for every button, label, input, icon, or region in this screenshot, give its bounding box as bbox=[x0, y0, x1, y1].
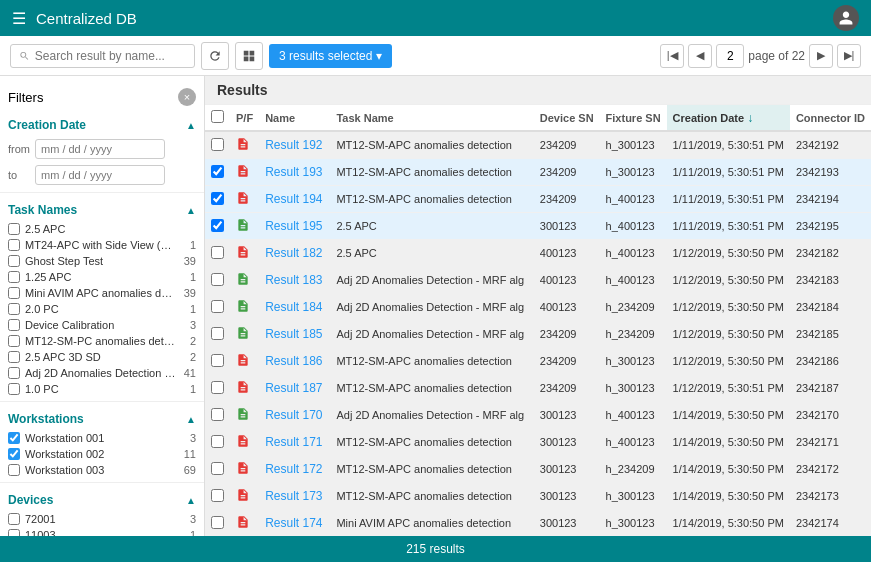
first-page-button[interactable]: |◀ bbox=[660, 44, 684, 68]
row-checkbox[interactable] bbox=[211, 489, 224, 502]
creation-date-section[interactable]: Creation Date ▲ bbox=[0, 112, 204, 136]
row-checkbox[interactable] bbox=[211, 381, 224, 394]
row-checkbox-cell[interactable] bbox=[205, 186, 230, 213]
row-name-cell[interactable]: Result 194 bbox=[259, 186, 330, 213]
task-device-cal[interactable]: Device Calibration 3 bbox=[0, 317, 204, 333]
row-checkbox[interactable] bbox=[211, 300, 224, 313]
device-72001[interactable]: 72001 3 bbox=[0, 511, 204, 527]
row-checkbox-cell[interactable] bbox=[205, 267, 230, 294]
next-page-button[interactable]: ▶ bbox=[809, 44, 833, 68]
col-date-header[interactable]: Creation Date ↓ bbox=[667, 105, 790, 131]
workstation-003[interactable]: Workstation 003 69 bbox=[0, 462, 204, 478]
row-checkbox[interactable] bbox=[211, 354, 224, 367]
col-device-header[interactable]: Device SN bbox=[534, 105, 600, 131]
menu-icon[interactable]: ☰ bbox=[12, 9, 26, 28]
row-checkbox-cell[interactable] bbox=[205, 483, 230, 510]
select-all-checkbox[interactable] bbox=[211, 110, 224, 123]
result-link[interactable]: Result 194 bbox=[265, 192, 322, 206]
result-link[interactable]: Result 192 bbox=[265, 138, 322, 152]
row-checkbox[interactable] bbox=[211, 138, 224, 151]
clear-filters-button[interactable]: × bbox=[178, 88, 196, 106]
workstation-002[interactable]: Workstation 002 11 bbox=[0, 446, 204, 462]
row-checkbox[interactable] bbox=[211, 273, 224, 286]
result-link[interactable]: Result 183 bbox=[265, 273, 322, 287]
device-72001-checkbox[interactable] bbox=[8, 513, 20, 525]
task-1.0pc[interactable]: 1.0 PC 1 bbox=[0, 381, 204, 397]
workstation-002-checkbox[interactable] bbox=[8, 448, 20, 460]
row-checkbox-cell[interactable] bbox=[205, 510, 230, 537]
row-name-cell[interactable]: Result 184 bbox=[259, 294, 330, 321]
task-2.0pc-checkbox[interactable] bbox=[8, 303, 20, 315]
task-2.0pc[interactable]: 2.0 PC 1 bbox=[0, 301, 204, 317]
row-checkbox[interactable] bbox=[211, 408, 224, 421]
refresh-button[interactable] bbox=[201, 42, 229, 70]
col-fixture-header[interactable]: Fixture SN bbox=[600, 105, 667, 131]
result-link[interactable]: Result 174 bbox=[265, 516, 322, 530]
result-link[interactable]: Result 182 bbox=[265, 246, 322, 260]
task-adj2d-checkbox[interactable] bbox=[8, 367, 20, 379]
row-name-cell[interactable]: Result 195 bbox=[259, 213, 330, 240]
workstation-003-checkbox[interactable] bbox=[8, 464, 20, 476]
grid-button[interactable] bbox=[235, 42, 263, 70]
task-mt12-checkbox[interactable] bbox=[8, 335, 20, 347]
workstation-001[interactable]: Workstation 001 3 bbox=[0, 430, 204, 446]
row-checkbox-cell[interactable] bbox=[205, 213, 230, 240]
row-checkbox[interactable] bbox=[211, 192, 224, 205]
row-checkbox[interactable] bbox=[211, 516, 224, 529]
task-2.5apc-checkbox[interactable] bbox=[8, 223, 20, 235]
row-checkbox-cell[interactable] bbox=[205, 240, 230, 267]
row-name-cell[interactable]: Result 170 bbox=[259, 402, 330, 429]
result-link[interactable]: Result 173 bbox=[265, 489, 322, 503]
device-11003-checkbox[interactable] bbox=[8, 529, 20, 536]
col-checkbox[interactable] bbox=[205, 105, 230, 131]
task-mini-avim[interactable]: Mini AVIM APC anomalies detect... 39 bbox=[0, 285, 204, 301]
task-mini-avim-checkbox[interactable] bbox=[8, 287, 20, 299]
last-page-button[interactable]: ▶| bbox=[837, 44, 861, 68]
task-mt24[interactable]: MT24-APC with Side View (auto) 1 bbox=[0, 237, 204, 253]
task-1.25apc[interactable]: 1.25 APC 1 bbox=[0, 269, 204, 285]
result-link[interactable]: Result 195 bbox=[265, 219, 322, 233]
row-checkbox[interactable] bbox=[211, 246, 224, 259]
row-checkbox-cell[interactable] bbox=[205, 456, 230, 483]
col-task-header[interactable]: Task Name bbox=[330, 105, 533, 131]
row-checkbox[interactable] bbox=[211, 165, 224, 178]
row-checkbox-cell[interactable] bbox=[205, 294, 230, 321]
row-checkbox-cell[interactable] bbox=[205, 348, 230, 375]
task-mt24-checkbox[interactable] bbox=[8, 239, 20, 251]
row-name-cell[interactable]: Result 173 bbox=[259, 483, 330, 510]
task-2.5apc[interactable]: 2.5 APC bbox=[0, 221, 204, 237]
task-2.5apc-3d[interactable]: 2.5 APC 3D SD 2 bbox=[0, 349, 204, 365]
row-name-cell[interactable]: Result 187 bbox=[259, 375, 330, 402]
search-input[interactable] bbox=[35, 49, 186, 63]
col-name-header[interactable]: Name bbox=[259, 105, 330, 131]
page-number-input[interactable] bbox=[716, 44, 744, 68]
task-2.5apc-3d-checkbox[interactable] bbox=[8, 351, 20, 363]
task-1.25apc-checkbox[interactable] bbox=[8, 271, 20, 283]
workstations-section[interactable]: Workstations ▲ bbox=[0, 406, 204, 430]
result-link[interactable]: Result 171 bbox=[265, 435, 322, 449]
user-avatar[interactable] bbox=[833, 5, 859, 31]
task-mt12[interactable]: MT12-SM-PC anomalies detectio... 2 bbox=[0, 333, 204, 349]
row-name-cell[interactable]: Result 183 bbox=[259, 267, 330, 294]
row-name-cell[interactable]: Result 172 bbox=[259, 456, 330, 483]
task-device-cal-checkbox[interactable] bbox=[8, 319, 20, 331]
task-1.0pc-checkbox[interactable] bbox=[8, 383, 20, 395]
row-checkbox-cell[interactable] bbox=[205, 429, 230, 456]
row-name-cell[interactable]: Result 192 bbox=[259, 131, 330, 159]
result-link[interactable]: Result 170 bbox=[265, 408, 322, 422]
row-checkbox[interactable] bbox=[211, 327, 224, 340]
col-connector-header[interactable]: Connector ID bbox=[790, 105, 871, 131]
from-date-input[interactable] bbox=[35, 139, 165, 159]
result-link[interactable]: Result 184 bbox=[265, 300, 322, 314]
selected-results-button[interactable]: 3 results selected ▾ bbox=[269, 44, 392, 68]
results-table-container[interactable]: P/F Name Task Name Device SN Fixture SN … bbox=[205, 105, 871, 536]
result-link[interactable]: Result 172 bbox=[265, 462, 322, 476]
row-name-cell[interactable]: Result 182 bbox=[259, 240, 330, 267]
devices-section[interactable]: Devices ▲ bbox=[0, 487, 204, 511]
row-name-cell[interactable]: Result 174 bbox=[259, 510, 330, 537]
task-ghost[interactable]: Ghost Step Test 39 bbox=[0, 253, 204, 269]
to-date-input[interactable] bbox=[35, 165, 165, 185]
row-checkbox-cell[interactable] bbox=[205, 402, 230, 429]
workstation-001-checkbox[interactable] bbox=[8, 432, 20, 444]
result-link[interactable]: Result 185 bbox=[265, 327, 322, 341]
